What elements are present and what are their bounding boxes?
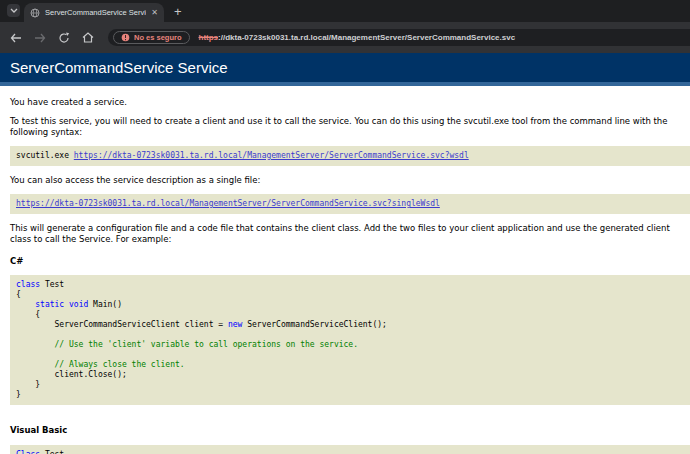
tab-search-button[interactable] [7, 4, 20, 17]
single-wsdl-link[interactable]: https://dkta-0723sk0031.ta.rd.local/Mana… [16, 199, 440, 208]
page-title: ServerCommandService Service [10, 60, 690, 76]
wsdl-link[interactable]: https://dkta-0723sk0031.ta.rd.local/Mana… [74, 151, 469, 160]
close-tab-icon[interactable]: ✕ [151, 9, 158, 17]
page-viewport: ServerCommandService Service You have cr… [0, 53, 690, 454]
url-text: https://dkta-0723sk0031.ta.rd.local/Mana… [199, 33, 516, 42]
csharp-label: C# [10, 256, 690, 266]
url-rest: ://dkta-0723sk0031.ta.rd.local/Managemen… [218, 33, 515, 42]
generate-text: This will generate a configuration file … [10, 223, 690, 245]
globe-icon [30, 8, 40, 18]
vb-code-block: Class Test Shared Sub Main() Dim client … [10, 445, 690, 454]
back-button[interactable] [9, 31, 22, 44]
browser-window: ServerCommandService Service ✕ + [0, 0, 690, 454]
vb-label: Visual Basic [10, 425, 690, 435]
forward-button[interactable] [33, 31, 46, 44]
security-badge[interactable]: No es seguro [113, 31, 190, 44]
intro-text: You have created a service. [10, 97, 690, 108]
test-instructions-text: To test this service, you will need to c… [10, 116, 690, 138]
svcutil-prefix: svcutil.exe [16, 151, 74, 160]
reload-button[interactable] [57, 31, 70, 44]
new-tab-button[interactable]: + [174, 5, 182, 18]
page-header: ServerCommandService Service [0, 53, 690, 86]
browser-tab-active[interactable]: ServerCommandService Service ✕ [24, 3, 164, 22]
csharp-code-block: class Test { static void Main() { Server… [10, 275, 690, 405]
info-circle-icon [121, 33, 130, 42]
home-button[interactable] [81, 31, 94, 44]
single-wsdl-box: https://dkta-0723sk0031.ta.rd.local/Mana… [10, 194, 690, 214]
url-scheme: https [199, 33, 219, 42]
address-bar[interactable]: No es seguro https://dkta-0723sk0031.ta.… [108, 29, 690, 46]
svcutil-command-box: svcutil.exe https://dkta-0723sk0031.ta.r… [10, 146, 690, 166]
tab-title: ServerCommandService Service [45, 8, 146, 17]
tab-strip: ServerCommandService Service ✕ + [0, 0, 690, 22]
single-file-text: You can also access the service descript… [10, 175, 690, 186]
security-badge-label: No es seguro [134, 33, 182, 42]
chevron-down-icon [10, 8, 18, 13]
page-content: You have created a service. To test this… [0, 86, 690, 454]
browser-toolbar: No es seguro https://dkta-0723sk0031.ta.… [0, 22, 690, 53]
